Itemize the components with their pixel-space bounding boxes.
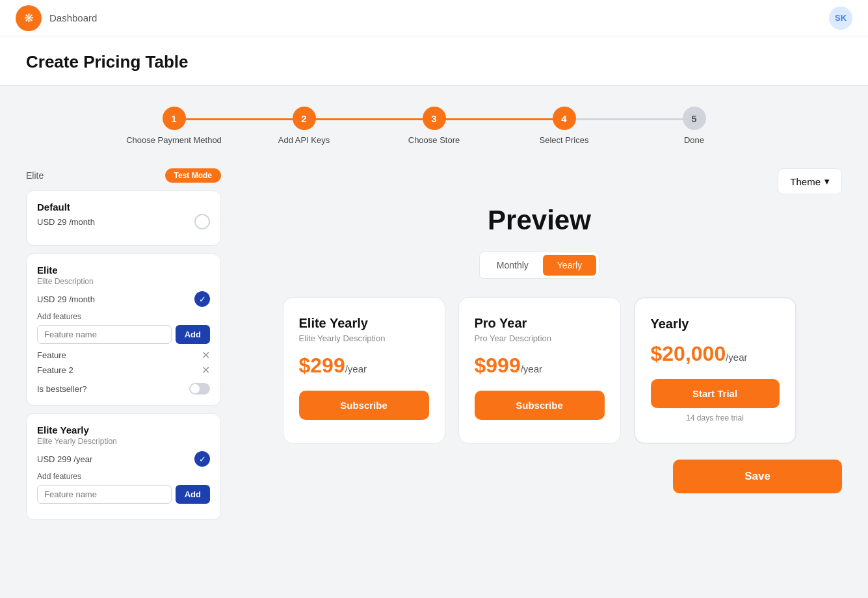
pricing-period-1: /year <box>521 363 542 374</box>
header: ❋ Dashboard SK <box>0 0 868 36</box>
add-feature-button-elite[interactable]: Add <box>176 325 210 344</box>
preview-title: Preview <box>237 205 842 236</box>
step-1: 1 Choose Payment Method <box>109 107 239 145</box>
pricing-card-name-1: Pro Year <box>475 316 605 331</box>
step-circle-4: 4 <box>553 107 576 130</box>
price-card-elite: Elite Elite Description USD 29 /month Ad… <box>26 254 221 406</box>
price-card-title-default: Default <box>37 202 210 213</box>
price-card-default: Default USD 29 /month <box>26 190 221 246</box>
checkbox-default[interactable] <box>194 214 210 229</box>
bestseller-label: Is bestseller? <box>37 384 87 394</box>
price-amount-elite: USD 29 /month <box>37 294 95 304</box>
price-amount-default: USD 29 /month <box>37 217 95 227</box>
pricing-price-1: $999/year <box>475 354 605 378</box>
step-circle-1: 1 <box>163 107 186 130</box>
price-row-elite-yearly: USD 299 /year <box>37 451 210 467</box>
pricing-card-pro-year: Pro Year Pro Year Description $999/year … <box>458 297 621 444</box>
feature-input-row-elite: Add <box>37 325 210 344</box>
pricing-card-yearly: Yearly $20,000/year Start Trial 14 days … <box>634 297 796 444</box>
panel-header: Elite Test Mode <box>26 168 221 183</box>
price-card-desc-elite-yearly: Elite Yearly Description <box>37 437 210 446</box>
remove-feature-icon-2[interactable]: ✕ <box>202 364 210 376</box>
step-label-2: Add API Keys <box>278 135 330 145</box>
checkbox-elite-yearly[interactable] <box>194 451 210 467</box>
chevron-down-icon: ▾ <box>824 176 830 187</box>
billing-toggle-bar: Monthly Yearly <box>479 252 599 279</box>
subscribe-button-0[interactable]: Subscribe <box>299 391 429 420</box>
pricing-card-desc-1: Pro Year Description <box>475 333 605 343</box>
price-row-default: USD 29 /month <box>37 214 210 229</box>
feature-item-2: Feature 2 ✕ <box>37 364 210 376</box>
header-title: Dashboard <box>49 12 97 23</box>
pricing-card-name-0: Elite Yearly <box>299 316 429 331</box>
checkbox-elite[interactable] <box>194 291 210 307</box>
right-panel-header: Theme ▾ <box>237 168 842 194</box>
avatar: SK <box>829 6 852 30</box>
bestseller-toggle[interactable] <box>189 383 210 395</box>
page-title: Create Pricing Table <box>26 52 842 72</box>
price-card-title-elite: Elite <box>37 265 210 276</box>
pricing-cards: Elite Yearly Elite Yearly Description $2… <box>237 297 842 444</box>
start-trial-button[interactable]: Start Trial <box>651 379 780 408</box>
feature-input-elite-yearly[interactable] <box>37 485 172 504</box>
pricing-card-name-2: Yearly <box>651 317 780 332</box>
theme-button[interactable]: Theme ▾ <box>778 168 842 194</box>
trial-text: 14 days free trial <box>651 413 780 422</box>
step-2: 2 Add API Keys <box>239 107 369 145</box>
price-amount-elite-yearly: USD 299 /year <box>37 454 92 464</box>
content-area: Elite Test Mode Default USD 29 /month El… <box>26 168 842 528</box>
add-features-label-elite-yearly: Add features <box>37 472 210 481</box>
step-label-5: Done <box>684 135 704 145</box>
toggle-monthly[interactable]: Monthly <box>482 255 543 276</box>
left-panel: Elite Test Mode Default USD 29 /month El… <box>26 168 221 528</box>
panel-label: Elite <box>26 170 44 181</box>
theme-button-label: Theme <box>790 176 821 187</box>
preview-section: Preview Monthly Yearly Elite Yearly Elit… <box>237 205 842 493</box>
save-button[interactable]: Save <box>673 460 842 493</box>
remove-feature-icon-1[interactable]: ✕ <box>202 349 210 361</box>
pricing-card-desc-0: Elite Yearly Description <box>299 333 429 343</box>
page-title-bar: Create Pricing Table <box>0 36 868 86</box>
pricing-card-elite-yearly: Elite Yearly Elite Yearly Description $2… <box>283 297 445 444</box>
subscribe-button-1[interactable]: Subscribe <box>475 391 605 420</box>
step-label-3: Choose Store <box>408 135 460 145</box>
feature-input-elite[interactable] <box>37 325 172 344</box>
bestseller-row: Is bestseller? <box>37 383 210 395</box>
toggle-yearly[interactable]: Yearly <box>543 255 596 276</box>
pricing-amount-0: $299 <box>299 354 345 377</box>
header-left: ❋ Dashboard <box>16 5 97 31</box>
pricing-amount-2: $20,000 <box>651 342 726 365</box>
pricing-price-0: $299/year <box>299 354 429 378</box>
pricing-price-2: $20,000/year <box>651 342 780 366</box>
step-circle-2: 2 <box>293 107 316 130</box>
step-label-1: Choose Payment Method <box>126 135 222 145</box>
right-panel: Theme ▾ Preview Monthly Yearly Elite Yea… <box>237 168 842 528</box>
step-4: 4 Select Prices <box>499 107 629 145</box>
feature-name-1: Feature <box>37 350 66 360</box>
pricing-amount-1: $999 <box>475 354 521 377</box>
stepper: 1 Choose Payment Method 2 Add API Keys 3… <box>26 107 842 145</box>
add-feature-button-elite-yearly[interactable]: Add <box>176 485 210 504</box>
price-card-title-elite-yearly: Elite Yearly <box>37 424 210 436</box>
main-content: 1 Choose Payment Method 2 Add API Keys 3… <box>0 86 868 598</box>
add-features-label-elite: Add features <box>37 312 210 321</box>
price-card-elite-yearly: Elite Yearly Elite Yearly Description US… <box>26 413 221 520</box>
step-label-4: Select Prices <box>540 135 589 145</box>
price-row-elite: USD 29 /month <box>37 291 210 307</box>
pricing-period-0: /year <box>345 363 367 374</box>
price-card-desc-elite: Elite Description <box>37 277 210 286</box>
feature-input-row-elite-yearly: Add <box>37 485 210 504</box>
feature-item-1: Feature ✕ <box>37 349 210 361</box>
feature-name-2: Feature 2 <box>37 365 73 375</box>
step-circle-3: 3 <box>423 107 446 130</box>
step-5: 5 Done <box>629 107 759 145</box>
pricing-period-2: /year <box>726 352 747 363</box>
test-mode-badge: Test Mode <box>165 168 221 183</box>
step-3: 3 Choose Store <box>369 107 499 145</box>
logo-icon: ❋ <box>16 5 42 31</box>
step-circle-5: 5 <box>683 107 706 130</box>
save-btn-wrap: Save <box>237 460 842 493</box>
